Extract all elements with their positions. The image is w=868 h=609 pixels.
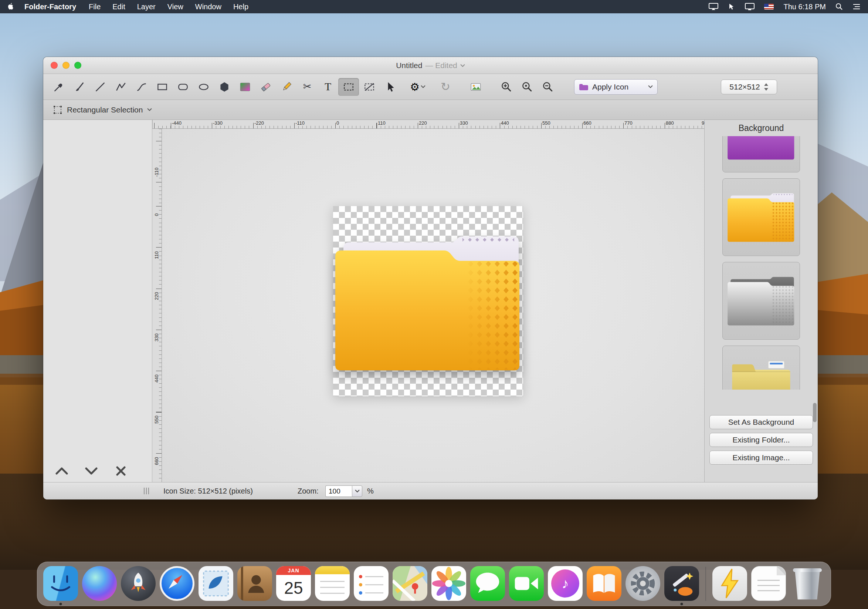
apple-menu[interactable] (8, 3, 14, 11)
ruler-label: -220 (254, 120, 264, 126)
cursor-status-icon[interactable] (728, 3, 735, 10)
move-layer-up-button[interactable] (54, 465, 69, 477)
pencil-tool[interactable] (276, 78, 297, 96)
menu-file[interactable]: File (89, 3, 101, 11)
window-title: Untitled (396, 61, 422, 70)
curve-tool[interactable] (131, 78, 152, 96)
menu-view[interactable]: View (167, 3, 183, 11)
settings-dropdown[interactable]: ⚙ (410, 81, 426, 93)
dock-launchpad[interactable] (121, 566, 156, 601)
polygon-tool[interactable] (214, 78, 235, 96)
insert-image-button[interactable] (465, 78, 486, 96)
toolbar: ✂ T ⚙ ↻ Apply Icon 512×512 (43, 74, 818, 100)
folder-factory-window: Untitled — Edited ✂ T ⚙ (43, 57, 818, 499)
input-language-flag-icon[interactable] (764, 4, 774, 9)
dock-facetime[interactable] (509, 566, 544, 601)
move-layer-down-button[interactable] (84, 465, 99, 477)
dock-finder[interactable] (43, 566, 78, 601)
dock-contacts[interactable] (237, 566, 272, 601)
dock-reminders[interactable] (354, 566, 389, 601)
dock: JAN 25 ♪ (37, 562, 831, 606)
menu-clock[interactable]: Thu 6:18 PM (783, 3, 826, 11)
dock-messages[interactable] (470, 566, 505, 601)
menu-window[interactable]: Window (195, 3, 222, 11)
zoom-input[interactable] (326, 485, 352, 497)
zoom-in-button[interactable] (496, 78, 516, 96)
dock-siri[interactable] (82, 566, 117, 601)
screen-mirroring-icon[interactable] (709, 3, 718, 10)
eyedropper-tool[interactable] (48, 78, 69, 96)
thumbnail-yellow-folder[interactable] (722, 178, 800, 256)
chevron-down-icon (648, 85, 653, 89)
icon-size-stepper[interactable]: 512×512 (721, 79, 777, 94)
rectangular-selection-tool[interactable] (338, 78, 359, 96)
app-menu-title[interactable]: Folder-Factory (25, 3, 76, 11)
thumbnail-purple-folder[interactable] (722, 136, 800, 172)
icon-artboard[interactable] (333, 206, 523, 396)
dock-calendar[interactable]: JAN 25 (276, 566, 311, 601)
percent-label: % (367, 487, 374, 496)
selection-mode-label[interactable]: Rectangular Selection (67, 106, 143, 114)
dock-document[interactable] (751, 566, 786, 601)
thumbnail-manila-folder[interactable] (722, 346, 800, 390)
ruler-label: 660 (583, 120, 592, 126)
zoom-out-button[interactable] (537, 78, 558, 96)
existing-folder-button[interactable]: Existing Folder... (710, 433, 813, 447)
status-bar: Icon Size: 512×512 (pixels) Zoom: % (43, 482, 818, 499)
menu-help[interactable]: Help (233, 3, 248, 11)
spotlight-search-icon[interactable] (835, 3, 843, 10)
dock-system-preferences[interactable] (626, 566, 660, 601)
dock-notes[interactable] (315, 566, 350, 601)
eraser-tool[interactable] (256, 78, 276, 96)
ruler-label: -330 (213, 120, 223, 126)
polyline-tool[interactable] (110, 78, 131, 96)
menu-edit[interactable]: Edit (112, 3, 125, 11)
ruler-label: -110 (154, 168, 159, 177)
canvas-area[interactable] (162, 129, 704, 482)
chevron-down-icon[interactable] (147, 108, 152, 111)
brush-tool[interactable] (69, 78, 90, 96)
dock-mail[interactable] (198, 566, 233, 601)
display-status-icon[interactable] (745, 3, 755, 10)
dock-installer[interactable] (712, 566, 747, 601)
title-chevron-icon[interactable] (460, 64, 465, 67)
title-bar[interactable]: Untitled — Edited (43, 57, 818, 74)
dock-safari[interactable] (160, 566, 194, 601)
line-tool[interactable] (90, 78, 110, 96)
layers-panel (43, 120, 152, 482)
text-tool[interactable]: T (318, 78, 338, 96)
dock-photos[interactable] (431, 566, 466, 601)
color-swatch[interactable] (235, 78, 256, 96)
dock-maps[interactable] (392, 566, 427, 601)
ruler-label: 110 (154, 251, 159, 259)
ruler-label: 440 (154, 374, 159, 382)
zoom-dropdown-button[interactable] (352, 485, 362, 497)
dock-trash[interactable] (790, 566, 825, 601)
deselect-tool[interactable] (359, 78, 380, 96)
pointer-tool[interactable] (380, 78, 400, 96)
scissors-tool[interactable]: ✂ (297, 78, 318, 96)
icon-size-status: Icon Size: 512×512 (pixels) (163, 487, 253, 496)
dock-ibooks[interactable] (587, 566, 622, 601)
delete-layer-button[interactable] (113, 465, 128, 477)
rounded-rectangle-tool[interactable] (173, 78, 193, 96)
apply-icon-dropdown[interactable]: Apply Icon (574, 79, 658, 95)
dock-folder-factory[interactable] (664, 566, 699, 601)
ruler-label: 550 (154, 415, 159, 424)
thumbnail-gray-folder[interactable] (722, 262, 800, 340)
rotate-button[interactable]: ↻ (435, 78, 456, 96)
existing-image-button[interactable]: Existing Image... (710, 451, 813, 465)
zoom-actual-button[interactable] (516, 78, 537, 96)
drag-grip-icon[interactable] (144, 488, 149, 494)
ellipse-tool[interactable] (193, 78, 214, 96)
notification-center-icon[interactable] (852, 3, 860, 10)
set-as-background-button[interactable]: Set As Background (710, 415, 813, 429)
ruler-label: 0 (154, 213, 159, 216)
horizontal-ruler: -440 -330 -220 -110 0 110 220 330 440 55… (152, 120, 704, 129)
panel-scrollbar[interactable] (813, 403, 817, 422)
ruler-label: 770 (625, 120, 632, 126)
menu-layer[interactable]: Layer (137, 3, 156, 11)
stepper-arrows-icon (764, 82, 769, 92)
rectangle-tool[interactable] (152, 78, 173, 96)
dock-itunes[interactable]: ♪ (548, 566, 583, 601)
